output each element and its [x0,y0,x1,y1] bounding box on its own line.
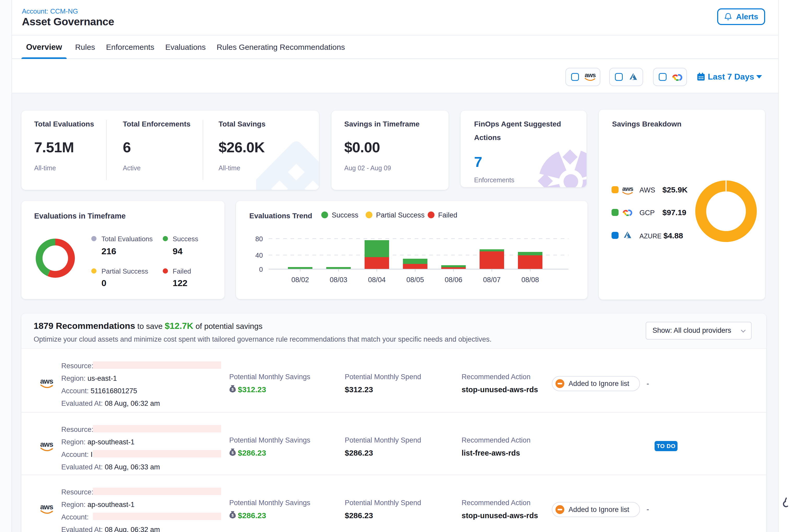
svg-text:$: $ [232,513,234,517]
svg-text:$: $ [232,451,234,455]
svg-text:$: $ [232,387,234,392]
